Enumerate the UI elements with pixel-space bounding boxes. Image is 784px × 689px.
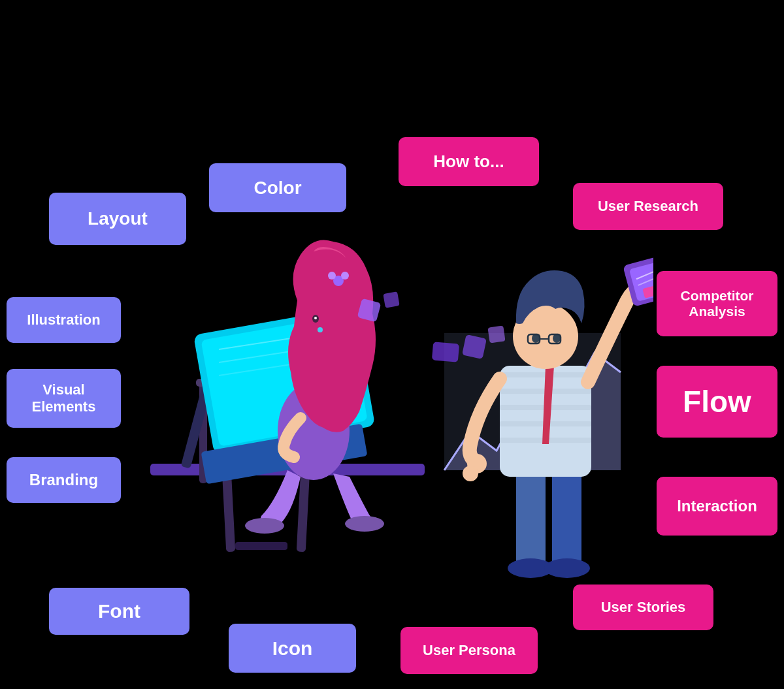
color-label: Color	[209, 163, 346, 212]
user-stories-label: User Stories	[573, 585, 713, 630]
svg-rect-51	[462, 334, 487, 359]
svg-point-20	[328, 272, 336, 280]
svg-rect-53	[432, 342, 459, 362]
font-label: Font	[49, 588, 189, 635]
visual-elements-label: Visual Elements	[7, 369, 121, 428]
user-persona-label: User Persona	[400, 627, 538, 674]
competitor-analysis-label: Competitor Analysis	[657, 271, 777, 336]
icon-label: Icon	[229, 624, 356, 673]
svg-rect-3	[235, 542, 287, 550]
svg-point-24	[318, 327, 323, 332]
svg-rect-26	[383, 291, 399, 308]
svg-rect-27	[516, 470, 546, 568]
svg-rect-28	[552, 470, 581, 568]
svg-point-21	[341, 272, 349, 280]
illustration-label: Illustration	[7, 297, 121, 343]
interaction-label: Interaction	[657, 477, 777, 536]
svg-point-17	[345, 516, 384, 532]
layout-label: Layout	[49, 193, 186, 245]
svg-point-39	[463, 466, 478, 481]
svg-rect-1	[222, 473, 235, 553]
branding-label: Branding	[7, 457, 121, 503]
svg-point-30	[544, 558, 590, 578]
svg-point-23	[314, 317, 317, 319]
how-to-label: How to...	[399, 137, 539, 186]
user-research-label: User Research	[573, 183, 723, 230]
svg-rect-52	[487, 325, 505, 343]
flow-label: Flow	[657, 366, 777, 438]
svg-point-16	[245, 518, 284, 534]
